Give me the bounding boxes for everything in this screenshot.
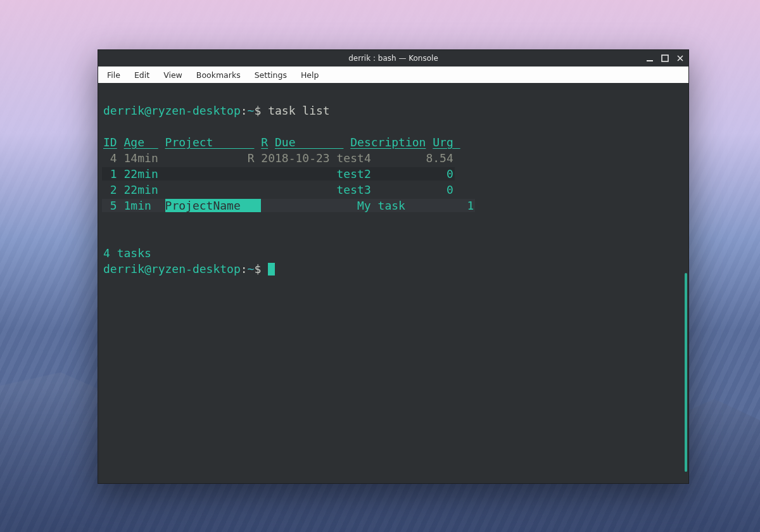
prompt-symbol: $	[254, 262, 261, 276]
prompt-cwd: ~	[248, 262, 255, 276]
task-row: 5 1min ProjectName My task 1	[102, 199, 475, 212]
window-controls	[645, 50, 685, 66]
prompt-colon: :	[241, 104, 248, 117]
prompt-colon: :	[241, 262, 248, 276]
prompt-cwd: ~	[248, 104, 255, 117]
close-icon[interactable]	[676, 54, 685, 63]
task-header-row: ID Age Project R Due Description Urg	[102, 136, 462, 149]
menu-bookmarks[interactable]: Bookmarks	[196, 70, 241, 80]
task-row: 1 22min test2 0	[102, 167, 455, 180]
menu-view[interactable]: View	[163, 70, 182, 80]
menu-settings[interactable]: Settings	[255, 70, 287, 80]
minimize-icon[interactable]	[645, 54, 654, 63]
maximize-icon[interactable]	[661, 54, 669, 63]
terminal-cursor	[268, 263, 275, 276]
task-summary: 4 tasks	[102, 246, 153, 260]
menu-edit[interactable]: Edit	[134, 70, 149, 80]
svg-rect-0	[647, 60, 653, 61]
menu-file[interactable]: File	[107, 70, 120, 80]
titlebar[interactable]: derrik : bash — Konsole	[98, 50, 688, 66]
window-title: derrik : bash — Konsole	[98, 54, 688, 63]
scrollbar[interactable]	[685, 273, 687, 472]
prompt-command: task list	[268, 104, 330, 117]
menubar: File Edit View Bookmarks Settings Help	[98, 66, 688, 83]
prompt-user-host: derrik@ryzen-desktop	[103, 104, 241, 117]
svg-rect-1	[662, 55, 668, 61]
konsole-window: derrik : bash — Konsole File Edit View B…	[98, 49, 689, 484]
prompt-user-host: derrik@ryzen-desktop	[103, 262, 241, 276]
prompt-symbol: $	[254, 104, 261, 117]
task-row: 2 22min test3 0	[102, 183, 455, 196]
terminal-output[interactable]: derrik@ryzen-desktop:~$ task list ID Age…	[98, 83, 688, 483]
menu-help[interactable]: Help	[301, 70, 319, 80]
task-row: 4 14min R 2018-10-23 test4 8.54	[102, 151, 455, 165]
